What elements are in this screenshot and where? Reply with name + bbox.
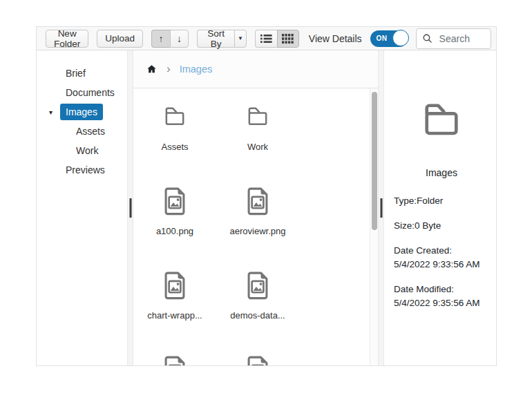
image-file-icon bbox=[245, 353, 271, 365]
details-panel: Images Type:Folder Size:0 Byte Date Crea… bbox=[384, 50, 496, 365]
content-pane: › Images Assets Work a100.png bbox=[133, 50, 378, 365]
page: New Folder Upload ↑ ↓ Sort By ▼ bbox=[0, 0, 532, 409]
caret-down-icon[interactable]: ▾ bbox=[49, 108, 60, 116]
right-splitter-handle-icon[interactable] bbox=[380, 198, 382, 218]
sort-by-split-button: Sort By ▼ bbox=[197, 30, 247, 48]
tree-item[interactable]: Documents bbox=[37, 83, 127, 102]
file-manager-body: Brief Documents ▾ Images Assets Work Pre… bbox=[37, 50, 496, 365]
file-name-label: Assets bbox=[161, 142, 188, 152]
folder-icon bbox=[243, 103, 273, 131]
file-tile-icon bbox=[162, 184, 188, 218]
arrow-up-icon[interactable]: ↑ bbox=[151, 30, 170, 48]
tree-item[interactable]: Assets bbox=[37, 122, 127, 141]
file-tile-icon bbox=[245, 352, 271, 365]
arrow-down-icon[interactable]: ↓ bbox=[170, 30, 189, 48]
file-manager: New Folder Upload ↑ ↓ Sort By ▼ bbox=[36, 26, 497, 366]
tree-item[interactable]: Work bbox=[37, 141, 127, 160]
file-name-label: Work bbox=[247, 142, 268, 152]
left-splitter[interactable] bbox=[127, 50, 133, 365]
view-details-label: View Details bbox=[309, 33, 362, 44]
details-size: Size:0 Byte bbox=[394, 219, 489, 233]
file-tile[interactable]: chart-wrapp... bbox=[143, 268, 207, 321]
details-rows: Type:Folder Size:0 Byte Date Created: 5/… bbox=[394, 194, 489, 310]
tree-item-label: Work bbox=[70, 142, 104, 159]
toggle-state-label: ON bbox=[370, 35, 388, 42]
file-tile[interactable]: aeroviewr.png bbox=[226, 184, 289, 236]
tree-item-label: Assets bbox=[70, 123, 111, 140]
file-name-label: chart-wrapp... bbox=[147, 310, 202, 321]
file-tile[interactable]: Work bbox=[226, 99, 289, 152]
file-tile[interactable]: a100.png bbox=[143, 184, 207, 236]
files-area: Assets Work a100.png aeroviewr.png bbox=[133, 88, 378, 365]
tree-item[interactable]: Brief bbox=[37, 64, 127, 83]
file-name-label: a100.png bbox=[156, 226, 193, 236]
details-item-name: Images bbox=[394, 167, 489, 178]
new-folder-button[interactable]: New Folder bbox=[46, 30, 88, 48]
folder-tree: Brief Documents ▾ Images Assets Work Pre… bbox=[37, 50, 127, 365]
details-modified-label: Date Modified: bbox=[394, 284, 454, 294]
scrollbar-thumb[interactable] bbox=[372, 92, 377, 230]
home-icon[interactable] bbox=[146, 64, 158, 75]
tree-item-label: Previews bbox=[60, 162, 111, 178]
file-tile-icon bbox=[162, 352, 188, 365]
folder-icon bbox=[415, 96, 468, 144]
tree-item-label: Documents bbox=[60, 84, 120, 101]
image-file-icon bbox=[162, 184, 188, 218]
image-file-icon bbox=[245, 184, 271, 218]
file-tile[interactable]: demos-data... bbox=[226, 268, 289, 321]
list-view-button[interactable] bbox=[255, 30, 277, 48]
file-tile[interactable] bbox=[226, 352, 289, 365]
list-view-icon bbox=[260, 33, 272, 44]
details-icon-wrap bbox=[394, 96, 489, 144]
file-tile-icon bbox=[162, 268, 188, 302]
vertical-scrollbar[interactable] bbox=[370, 88, 378, 365]
details-modified-value: 5/4/2022 9:35:56 AM bbox=[394, 296, 489, 310]
navigate-group: ↑ ↓ bbox=[151, 30, 189, 48]
file-tile[interactable] bbox=[143, 352, 207, 365]
breadcrumb: › Images bbox=[133, 50, 378, 88]
tree-item-label: Images bbox=[60, 104, 103, 120]
details-created-value: 5/4/2022 9:33:56 AM bbox=[394, 258, 489, 272]
right-splitter[interactable] bbox=[378, 50, 384, 365]
grid-view-icon bbox=[282, 34, 294, 44]
image-file-icon bbox=[162, 269, 188, 302]
image-file-icon bbox=[162, 353, 188, 365]
toolbar: New Folder Upload ↑ ↓ Sort By ▼ bbox=[37, 27, 496, 50]
details-created-label: Date Created: bbox=[394, 245, 452, 256]
left-splitter-handle-icon[interactable] bbox=[129, 198, 131, 218]
sort-by-caret-icon[interactable]: ▼ bbox=[234, 30, 247, 48]
sort-by-button[interactable]: Sort By bbox=[197, 30, 234, 48]
details-created: Date Created: 5/4/2022 9:33:56 AM bbox=[394, 244, 489, 272]
file-tile-icon bbox=[245, 184, 271, 218]
file-tile-icon bbox=[245, 268, 271, 302]
tree-item[interactable]: Previews bbox=[37, 160, 127, 180]
tree-item[interactable]: ▾ Images bbox=[37, 102, 127, 122]
file-tile-icon bbox=[243, 99, 273, 133]
breadcrumb-separator-icon: › bbox=[167, 63, 171, 76]
breadcrumb-current[interactable]: Images bbox=[180, 64, 213, 75]
toggle-knob[interactable] bbox=[392, 30, 409, 46]
folder-icon bbox=[160, 103, 190, 131]
upload-button[interactable]: Upload bbox=[97, 30, 143, 48]
search-input[interactable] bbox=[438, 32, 485, 45]
view-switch-group bbox=[255, 30, 299, 48]
file-name-label: aeroviewr.png bbox=[230, 226, 286, 236]
file-tile-icon bbox=[160, 99, 190, 133]
details-type: Type:Folder bbox=[394, 194, 489, 208]
details-modified: Date Modified: 5/4/2022 9:35:56 AM bbox=[394, 283, 489, 310]
search-icon bbox=[422, 33, 433, 44]
file-tile[interactable]: Assets bbox=[143, 99, 207, 152]
file-name-label: demos-data... bbox=[230, 310, 285, 321]
tree-item-label: Brief bbox=[60, 65, 91, 82]
grid-view-button[interactable] bbox=[277, 30, 299, 48]
view-details-toggle[interactable]: ON bbox=[370, 30, 408, 47]
image-file-icon bbox=[245, 269, 271, 302]
files-grid: Assets Work a100.png aeroviewr.png bbox=[133, 88, 378, 365]
search-box bbox=[416, 28, 491, 49]
